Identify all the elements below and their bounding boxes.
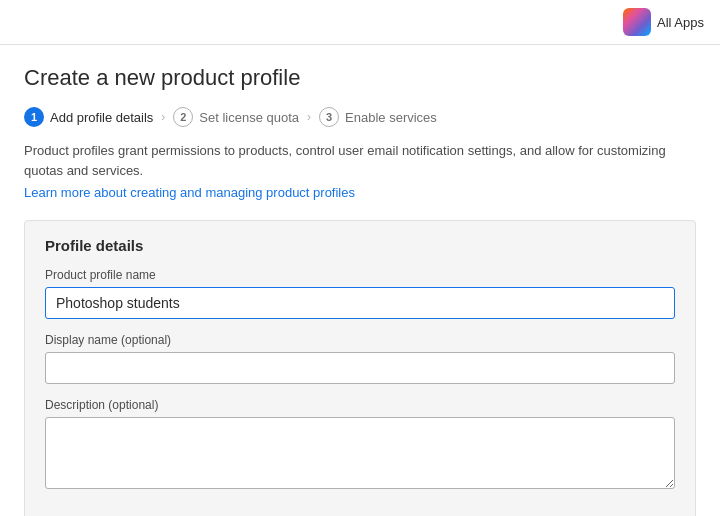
step-3-num: 3 <box>319 107 339 127</box>
profile-details-title: Profile details <box>45 237 675 254</box>
display-name-input[interactable] <box>45 352 675 384</box>
description-text: Product profiles grant permissions to pr… <box>24 141 696 180</box>
step-2-num: 2 <box>173 107 193 127</box>
all-apps-label: All Apps <box>657 15 704 30</box>
learn-more-link[interactable]: Learn more about creating and managing p… <box>24 185 355 200</box>
display-name-label: Display name (optional) <box>45 333 675 347</box>
field-group-description: Description (optional) <box>45 398 675 492</box>
step-1: 1 Add profile details <box>24 107 153 127</box>
step-3: 3 Enable services <box>319 107 437 127</box>
step-1-label: Add profile details <box>50 110 153 125</box>
description-label: Description (optional) <box>45 398 675 412</box>
field-group-display-name: Display name (optional) <box>45 333 675 384</box>
top-bar: All Apps <box>0 0 720 45</box>
profile-name-label: Product profile name <box>45 268 675 282</box>
step-2: 2 Set license quota <box>173 107 299 127</box>
page-title: Create a new product profile <box>24 65 696 91</box>
profile-name-input[interactable] <box>45 287 675 319</box>
field-group-profile-name: Product profile name <box>45 268 675 319</box>
step-separator-2: › <box>307 110 311 124</box>
stepper: 1 Add profile details › 2 Set license qu… <box>24 107 696 127</box>
description-input[interactable] <box>45 417 675 489</box>
all-apps-icon <box>623 8 651 36</box>
profile-details-section: Profile details Product profile name Dis… <box>24 220 696 516</box>
step-1-num: 1 <box>24 107 44 127</box>
page-content: Create a new product profile 1 Add profi… <box>0 45 720 516</box>
step-3-label: Enable services <box>345 110 437 125</box>
step-2-label: Set license quota <box>199 110 299 125</box>
all-apps-badge: All Apps <box>623 8 704 36</box>
step-separator-1: › <box>161 110 165 124</box>
